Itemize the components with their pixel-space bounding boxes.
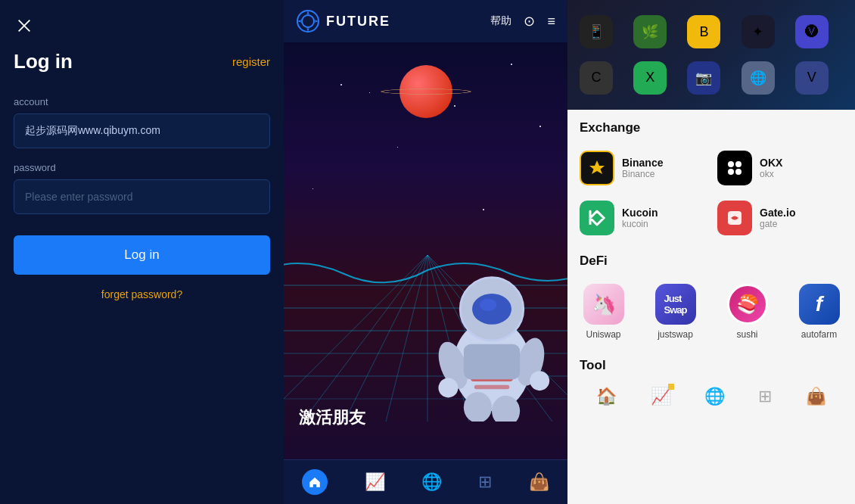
kucoin-info: Kucoin kucoin — [622, 207, 658, 229]
svg-point-26 — [530, 371, 549, 390]
sushi-name: sushi — [736, 329, 757, 340]
planet-ring — [381, 89, 471, 95]
app-icon-cell: 🌿 — [633, 15, 667, 48]
gate-sub: gate — [760, 219, 795, 229]
tool-nav-planet[interactable]: 🌐 — [704, 387, 725, 406]
tool-wallet-icon: 👜 — [806, 387, 826, 406]
future-logo-text: FUTURE — [326, 14, 390, 30]
binance-info: Binance Binance — [622, 157, 663, 179]
defi-item-uniswap[interactable]: 🦄 Uniswap — [567, 276, 639, 347]
defi-item-justswap[interactable]: JustSwap justswap — [639, 276, 711, 347]
svg-point-33 — [728, 161, 734, 167]
app-icon-cell: ✦ — [742, 15, 775, 48]
tool-nav-chart[interactable]: 📈 — [651, 387, 671, 406]
svg-line-12 — [344, 255, 428, 422]
banner-text: 激活朋友 — [299, 406, 365, 429]
svg-point-35 — [728, 169, 734, 175]
account-label: account — [14, 96, 270, 107]
binance-name: Binance — [622, 157, 663, 169]
future-logo: FUTURE — [296, 9, 390, 33]
svg-point-25 — [438, 378, 458, 397]
nav-planet[interactable]: 🌐 — [415, 471, 448, 493]
uniswap-logo: 🦄 — [583, 284, 624, 325]
middle-panel: FUTURE 帮助 ⊙ ≡ — [284, 0, 567, 504]
autofarm-logo: f — [799, 284, 840, 325]
binance-logo — [580, 151, 614, 185]
close-button[interactable] — [14, 15, 35, 36]
menu-icon[interactable]: ≡ — [547, 14, 555, 30]
app-icon-cell: 🅥 — [795, 15, 829, 48]
exchange-grid: Binance Binance OKX okx Kucoin kucoin — [567, 143, 855, 243]
nav-grid[interactable]: ⊞ — [472, 471, 498, 493]
svg-rect-31 — [464, 344, 520, 379]
right-panel: 📱 🌿 B ✦ 🅥 C X 📷 🌐 V Exchange Binance Bin… — [567, 0, 855, 504]
nav-wallet[interactable]: 👜 — [523, 471, 555, 493]
exchange-item-kucoin[interactable]: Kucoin kucoin — [574, 193, 711, 243]
app-icon-cell: 📷 — [687, 61, 720, 95]
svg-line-11 — [303, 255, 428, 422]
exchange-item-gate[interactable]: Gate.io gate — [711, 193, 849, 243]
register-link[interactable]: register — [232, 55, 270, 68]
forget-password-link[interactable]: forget password? — [14, 288, 270, 300]
tool-nav-wallet[interactable]: 👜 — [806, 387, 826, 406]
defi-grid: 🦄 Uniswap JustSwap justswap 🍣 sushi f au… — [567, 276, 855, 347]
justswap-logo: JustSwap — [655, 284, 696, 325]
middle-header: FUTURE 帮助 ⊙ ≡ — [284, 0, 567, 42]
okx-info: OKX okx — [760, 157, 782, 179]
app-icon-cell: B — [687, 15, 720, 48]
app-icon-cell: 🌐 — [742, 61, 775, 95]
password-input[interactable] — [14, 179, 270, 214]
planet — [400, 65, 452, 118]
app-icon-cell: 📱 — [580, 15, 613, 48]
login-panel: Log in register account password Log in … — [0, 0, 284, 504]
defi-title: DeFi — [567, 243, 855, 276]
kucoin-name: Kucoin — [622, 207, 658, 219]
header-right: 帮助 ⊙ ≡ — [490, 13, 555, 30]
login-title: Log in — [14, 50, 73, 73]
svg-point-22 — [480, 299, 496, 312]
gate-info: Gate.io gate — [760, 207, 795, 229]
nav-chart[interactable]: 📈 — [359, 471, 391, 493]
svg-point-34 — [735, 161, 742, 167]
help-text[interactable]: 帮助 — [490, 14, 511, 28]
svg-line-10 — [284, 255, 428, 422]
binance-sub: Binance — [622, 169, 663, 179]
tool-nav-home[interactable]: 🏠 — [596, 387, 617, 406]
app-icon-cell: V — [795, 61, 829, 95]
notification-dot — [668, 384, 674, 390]
kucoin-sub: kucoin — [622, 219, 658, 229]
planet-nav-icon: 🌐 — [421, 472, 442, 492]
exchange-title: Exchange — [567, 110, 855, 143]
svg-point-36 — [735, 169, 742, 175]
login-button[interactable]: Log in — [14, 235, 270, 275]
svg-rect-30 — [474, 385, 509, 390]
tool-home-icon: 🏠 — [596, 387, 617, 406]
svg-point-27 — [464, 392, 492, 422]
app-icon-cell: X — [633, 61, 667, 95]
password-label: password — [14, 162, 270, 173]
banner-area: 激活朋友 — [284, 42, 567, 459]
tool-grid-icon: ⊞ — [758, 387, 772, 406]
defi-item-sushi[interactable]: 🍣 sushi — [711, 276, 783, 347]
tool-nav-row: 🏠 📈 🌐 ⊞ 👜 — [567, 381, 855, 412]
app-icon-cell: C — [580, 61, 613, 95]
globe-icon[interactable]: ⊙ — [524, 13, 535, 30]
account-input[interactable] — [14, 114, 270, 148]
tool-planet-icon: 🌐 — [704, 387, 725, 406]
tool-nav-grid[interactable]: ⊞ — [758, 387, 772, 406]
gate-name: Gate.io — [760, 207, 795, 219]
uniswap-name: Uniswap — [586, 329, 620, 340]
chart-icon: 📈 — [365, 472, 385, 492]
autofarm-name: autofarm — [801, 329, 837, 340]
okx-sub: okx — [760, 169, 782, 179]
defi-item-autofarm[interactable]: f autofarm — [783, 276, 855, 347]
future-logo-icon — [296, 9, 320, 33]
login-header: Log in register — [14, 50, 270, 73]
exchange-item-okx[interactable]: OKX okx — [711, 143, 849, 193]
exchange-item-binance[interactable]: Binance Binance — [574, 143, 711, 193]
wallet-icon: 👜 — [529, 472, 549, 492]
phone-app-grid: 📱 🌿 B ✦ 🅥 C X 📷 🌐 V — [567, 0, 855, 110]
kucoin-logo — [580, 201, 614, 235]
sushi-logo: 🍣 — [727, 284, 768, 325]
nav-home[interactable] — [296, 468, 334, 496]
